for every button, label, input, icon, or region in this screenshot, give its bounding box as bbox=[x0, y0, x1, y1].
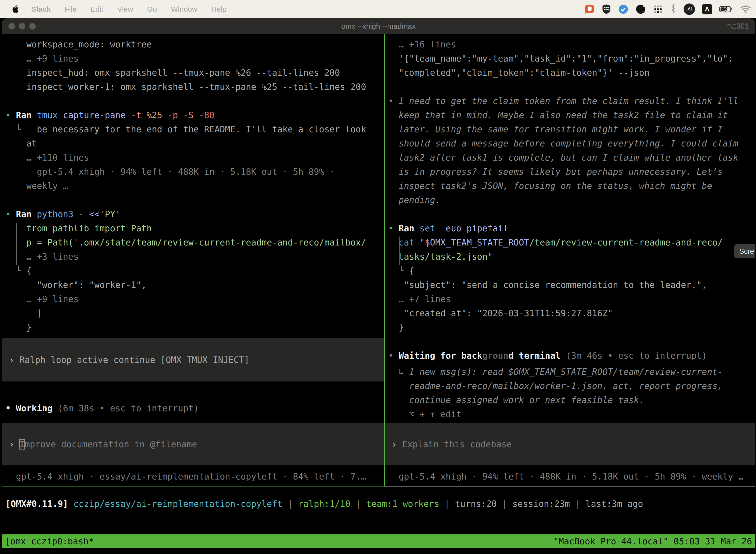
terminal-line: "worker": "worker-1", bbox=[5, 278, 384, 292]
menu-item[interactable]: Window bbox=[171, 0, 197, 18]
tmux-status-bar[interactable]: [omx-cczip0:bash* "MacBook-Pro-44.local"… bbox=[2, 535, 755, 548]
terminal-line: cat "$OMX_TEAM_STATE_ROOT/team/review-cu… bbox=[388, 235, 755, 250]
terminal-line: "completed","claim_token":"claim-token"}… bbox=[388, 66, 755, 80]
terminal-line: pending. bbox=[388, 193, 755, 207]
terminal-line: tasks/task-2.json" bbox=[388, 250, 755, 264]
terminal-line: should send a message before completing … bbox=[388, 136, 755, 151]
terminal-line: … +9 lines bbox=[5, 292, 384, 306]
terminal-line: ] bbox=[5, 306, 384, 321]
terminal-line: ↳ 1 new msg(s): read $OMX_TEAM_STATE_ROO… bbox=[388, 365, 755, 379]
close-window-button[interactable] bbox=[8, 23, 15, 30]
terminal-line: … +110 lines bbox=[5, 151, 384, 165]
screen-record-icon[interactable] bbox=[584, 4, 595, 14]
tmux-session-label: [omx-cczip0:bash* bbox=[5, 535, 94, 548]
apple-menu-icon[interactable] bbox=[11, 4, 20, 14]
dots-grid-icon[interactable] bbox=[653, 4, 663, 14]
prompt-ralph-loop[interactable]: › Ralph loop active continue [OMX_TMUX_I… bbox=[2, 338, 384, 382]
menu-item[interactable]: Go bbox=[147, 0, 157, 18]
left-pane-model-status: gpt-5.4 xhigh · essay/ai-reimplementatio… bbox=[2, 469, 366, 484]
terminal-line bbox=[388, 80, 755, 94]
menu-item[interactable]: View bbox=[117, 0, 133, 18]
terminal-line: • I need to get the claim token from the… bbox=[388, 94, 755, 108]
terminal-line: └ be necessary for the end of the README… bbox=[5, 122, 384, 136]
omx-status-bar: [OMX#0.11.9] cczip/essay/ai-reimplementa… bbox=[2, 487, 755, 535]
terminal-line: readme-and-reco/mailbox/worker-1.json, a… bbox=[388, 379, 755, 393]
terminal-line: … +3 lines bbox=[5, 250, 384, 264]
terminal-line bbox=[5, 193, 384, 207]
minimize-window-button[interactable] bbox=[19, 23, 25, 30]
terminal-line: from pathlib import Path bbox=[5, 221, 384, 235]
explain-codebase-line: › Explain this codebase bbox=[392, 437, 512, 451]
terminal-line: └ { bbox=[388, 264, 755, 278]
menu-items: SlackFileEditViewGoWindowHelp bbox=[31, 0, 227, 18]
right-terminal-pane[interactable]: … +16 lines '{"team_name":"my-team","tas… bbox=[385, 34, 755, 486]
left-terminal-pane[interactable]: workspace_mode: worktree … +9 lines insp… bbox=[2, 34, 384, 486]
right-pane-model-status: gpt-5.4 xhigh · 94% left · 488K in · 5.1… bbox=[385, 469, 744, 484]
menu-item[interactable]: File bbox=[64, 0, 76, 18]
check-badge-icon[interactable] bbox=[618, 4, 629, 14]
terminal-line: … +9 lines bbox=[5, 52, 384, 66]
pie-chart-icon[interactable] bbox=[635, 4, 646, 14]
terminal-line: • Ran tmux capture-pane -t %25 -p -S -80 bbox=[5, 108, 384, 122]
terminal-line: at bbox=[5, 136, 384, 151]
prompt-improve-docs[interactable]: › Improve documentation in @filename bbox=[2, 423, 384, 465]
ralph-loop-line: › Ralph loop active continue [OMX_TMUX_I… bbox=[9, 353, 249, 367]
model-status-line: gpt-5.4 xhigh · 94% left · 488K in · 5.1… bbox=[388, 469, 744, 484]
terminal-line: } bbox=[388, 321, 755, 335]
screen-overlay-tooltip: Scre bbox=[734, 244, 755, 258]
terminal-line: continue assigned work or next feasible … bbox=[388, 393, 755, 407]
terminal-line: later. Using the same for transition mig… bbox=[388, 122, 755, 136]
menu-item[interactable]: Edit bbox=[90, 0, 104, 18]
terminal-line: weekly … bbox=[5, 179, 384, 193]
terminal-line: • Ran set -euo pipefail bbox=[388, 221, 755, 235]
terminal-line: p = Path('.omx/state/team/review-current… bbox=[5, 235, 384, 250]
terminal-line: '{"team_name":"my-team","task_id":"1","f… bbox=[388, 52, 755, 66]
terminal-line: "subject": "send a concise recommendatio… bbox=[388, 278, 755, 292]
terminal-line: inspect task2's JSON, focusing on the st… bbox=[388, 179, 755, 193]
zoom-window-button[interactable] bbox=[29, 23, 36, 30]
omx-status-line: [OMX#0.11.9] cczip/essay/ai-reimplementa… bbox=[5, 497, 755, 511]
working-status-line: • Working (6m 38s • esc to interrupt) bbox=[5, 401, 384, 416]
tmux-host-clock-label: "MacBook-Pro-44.local" 05:03 31-Mar-26 bbox=[553, 535, 752, 548]
terminal-line: inspect_worker-1: omx sparkshell --tmux-… bbox=[5, 80, 384, 94]
terminal-line: ⌥ + ↑ edit bbox=[388, 407, 755, 422]
terminal-line: } bbox=[5, 321, 384, 335]
terminal-line: "created_at": "2026-03-31T11:59:27.816Z" bbox=[388, 306, 755, 321]
terminal-line: • Waiting for background terminal (3m 46… bbox=[388, 349, 755, 363]
terminal-line bbox=[5, 94, 384, 108]
terminal-line: … +7 lines bbox=[388, 292, 755, 306]
countdown-badge-icon[interactable]: ..61 bbox=[684, 3, 695, 15]
battery-icon[interactable] bbox=[719, 5, 733, 13]
terminal-line: └ { bbox=[5, 264, 384, 278]
terminal-line: task2 after task1 is complete, but can I… bbox=[388, 151, 755, 165]
macos-menu-bar: SlackFileEditViewGoWindowHelp ..61 A bbox=[0, 0, 756, 18]
menu-item[interactable]: Slack bbox=[31, 0, 51, 18]
right-pane-output: … +16 lines '{"team_name":"my-team","tas… bbox=[388, 38, 755, 422]
terminal-line: is in progress? It seems likely but perh… bbox=[388, 165, 755, 179]
improve-docs-line: › Improve documentation in @filename bbox=[9, 437, 197, 451]
keypad-shield-icon[interactable] bbox=[602, 4, 611, 14]
cable-icon[interactable] bbox=[670, 4, 677, 15]
terminal-line: workspace_mode: worktree bbox=[5, 38, 384, 52]
window-title: omx --xhigh --madmax bbox=[341, 22, 416, 31]
left-pane-output: workspace_mode: worktree … +9 lines insp… bbox=[5, 38, 384, 335]
window-title-bar[interactable]: omx --xhigh --madmax ⌥⌘1 bbox=[2, 18, 755, 34]
terminal-area: workspace_mode: worktree … +9 lines insp… bbox=[2, 34, 755, 486]
input-source-icon[interactable]: A bbox=[702, 4, 712, 14]
terminal-line: … +16 lines bbox=[388, 38, 755, 52]
indent-guide bbox=[399, 236, 399, 265]
prompt-explain-codebase[interactable]: › Explain this codebase bbox=[385, 423, 755, 465]
terminal-line: gpt-5.4 xhigh · 94% left · 488K in · 5.1… bbox=[5, 165, 384, 179]
terminal-window: omx --xhigh --madmax ⌥⌘1 workspace_mode:… bbox=[2, 18, 755, 554]
menu-item[interactable]: Help bbox=[211, 0, 227, 18]
terminal-line: keep that in mind. Maybe I also need the… bbox=[388, 108, 755, 122]
terminal-line bbox=[388, 207, 755, 221]
window-shortcut-hint: ⌥⌘1 bbox=[727, 21, 749, 31]
wifi-icon[interactable] bbox=[740, 5, 751, 13]
terminal-line: inspect_hud: omx sparkshell --tmux-pane … bbox=[5, 66, 384, 80]
indent-guide bbox=[16, 223, 17, 265]
terminal-line bbox=[388, 335, 755, 349]
terminal-line: • Ran python3 - <<'PY' bbox=[5, 207, 384, 221]
model-status-line: gpt-5.4 xhigh · essay/ai-reimplementatio… bbox=[5, 469, 366, 484]
